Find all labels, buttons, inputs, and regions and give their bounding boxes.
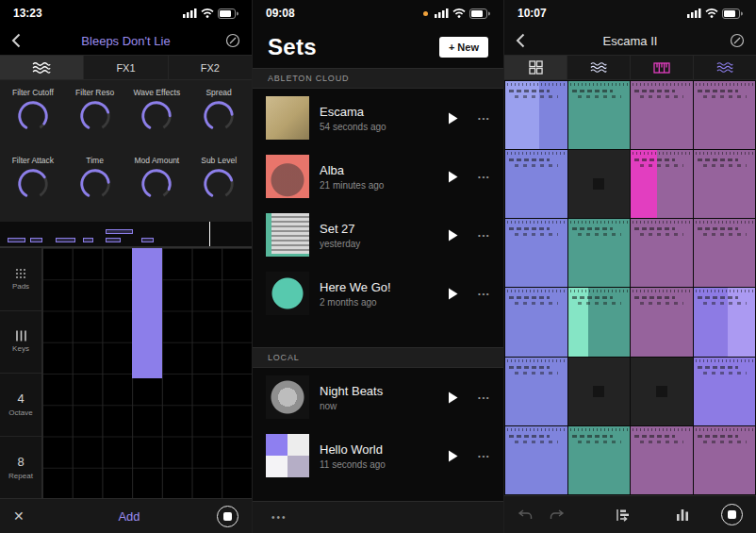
set-name: Here We Go! — [320, 280, 432, 294]
set-thumbnail — [266, 272, 309, 315]
session-clip[interactable] — [694, 150, 756, 218]
session-clip[interactable] — [505, 288, 567, 356]
tab-synth[interactable] — [0, 56, 84, 79]
session-clip[interactable] — [505, 219, 567, 287]
section-items: Escama 54 seconds ago ••• Alba 21 minute… — [253, 89, 503, 323]
macro-knob[interactable]: Filter Attack — [2, 152, 64, 220]
set-list-item[interactable]: Here We Go! 2 months ago ••• — [253, 264, 503, 323]
session-clip[interactable] — [505, 150, 567, 218]
item-more-button[interactable]: ••• — [474, 393, 490, 402]
session-clip[interactable] — [631, 358, 693, 425]
follow-playhead-button[interactable] — [616, 508, 633, 522]
pads-button[interactable]: Pads — [0, 248, 41, 311]
overview-note-block — [8, 238, 25, 242]
set-info: Hello World 11 seconds ago — [320, 442, 432, 470]
new-set-button[interactable]: + New — [439, 37, 488, 58]
play-button[interactable] — [442, 112, 464, 125]
item-more-button[interactable]: ••• — [474, 231, 490, 240]
session-clip[interactable] — [694, 358, 756, 425]
session-clip[interactable] — [631, 288, 693, 356]
session-clip[interactable] — [631, 81, 693, 149]
set-list-item[interactable]: Alba 21 minutes ago ••• — [253, 147, 503, 206]
macro-knob[interactable]: Wave Effects — [126, 84, 189, 152]
clip-notes-pattern — [640, 441, 683, 443]
session-clip[interactable] — [568, 81, 631, 149]
tab-track-1[interactable] — [567, 56, 631, 79]
play-icon — [448, 450, 458, 462]
macro-knob[interactable]: Spread — [188, 84, 250, 152]
tab-track-3[interactable] — [694, 56, 756, 79]
more-options-button[interactable]: ••• — [271, 512, 288, 523]
octave-control[interactable]: 4 Octave — [0, 374, 41, 437]
session-clip[interactable] — [694, 81, 756, 149]
macro-knob[interactable]: Sub Level — [188, 152, 250, 220]
tab-fx1[interactable]: FX1 — [84, 56, 168, 79]
close-icon[interactable]: ✕ — [13, 508, 41, 524]
set-list-item[interactable]: Night Beats now ••• — [253, 368, 503, 426]
play-icon — [448, 171, 458, 183]
session-clip[interactable] — [568, 288, 631, 356]
session-clip[interactable] — [694, 288, 756, 356]
back-button[interactable] — [516, 33, 536, 48]
meter-button[interactable] — [676, 508, 689, 522]
redo-button[interactable] — [550, 509, 565, 520]
macro-knob[interactable]: Filter Reso — [64, 84, 126, 152]
item-more-button[interactable]: ••• — [474, 114, 490, 123]
back-button[interactable] — [11, 33, 32, 48]
knob-dial — [15, 166, 51, 202]
octave-value: 4 — [17, 391, 24, 406]
play-button[interactable] — [442, 229, 464, 242]
play-button[interactable] — [442, 288, 464, 300]
session-clip[interactable] — [568, 426, 631, 494]
session-clip[interactable] — [568, 219, 631, 287]
session-clip[interactable] — [505, 358, 567, 425]
session-clip[interactable] — [631, 219, 693, 287]
undo-button[interactable] — [518, 509, 533, 520]
set-list-item[interactable]: Hello World 11 seconds ago ••• — [253, 426, 503, 485]
play-button[interactable] — [442, 171, 464, 183]
clip-notes-pattern — [578, 441, 621, 443]
add-button[interactable]: Add — [41, 509, 217, 524]
pads-label: Pads — [12, 282, 29, 291]
active-note-column[interactable] — [132, 248, 162, 378]
stop-button[interactable] — [721, 504, 743, 525]
repeat-control[interactable]: 8 Repeat — [0, 437, 41, 499]
session-clip[interactable] — [568, 150, 631, 218]
sync-icon[interactable] — [724, 33, 745, 48]
session-clip[interactable] — [505, 81, 567, 149]
level-meter-icon — [676, 508, 689, 522]
keys-button[interactable]: Keys — [0, 311, 41, 375]
session-clip[interactable] — [631, 150, 693, 218]
screenshot-root: 13:23 Bleeps Don't Lie FX1 FX2 — [0, 0, 756, 533]
stop-record-button[interactable] — [217, 506, 238, 527]
set-list-item[interactable]: Escama 54 seconds ago ••• — [253, 89, 503, 147]
macro-knob[interactable]: Mod Amount — [126, 152, 189, 220]
sync-icon[interactable] — [220, 33, 240, 48]
session-clip[interactable] — [505, 426, 567, 494]
session-clip[interactable] — [694, 219, 756, 287]
play-button[interactable] — [442, 450, 464, 462]
clip-overview-strip[interactable] — [0, 222, 252, 247]
middle-bottombar: ••• — [253, 501, 503, 533]
macro-knob[interactable]: Filter Cutoff — [2, 84, 64, 152]
knob-dial — [77, 166, 113, 202]
clip-notes-pattern — [515, 441, 558, 443]
tab-track-2[interactable] — [631, 56, 694, 79]
session-clip[interactable] — [694, 426, 756, 494]
status-time: 10:07 — [518, 7, 547, 20]
set-list-item[interactable]: Set 27 yesterday ••• — [253, 206, 503, 264]
session-clip[interactable] — [631, 426, 693, 494]
item-more-button[interactable]: ••• — [474, 452, 490, 460]
clip-notes-pattern — [640, 233, 683, 236]
session-clip[interactable] — [568, 358, 631, 425]
macro-knob[interactable]: Time — [64, 152, 126, 220]
tab-session-grid[interactable] — [504, 56, 567, 79]
item-more-button[interactable]: ••• — [474, 290, 490, 298]
item-more-button[interactable]: ••• — [474, 173, 490, 181]
clip-notes-pattern — [703, 302, 747, 305]
note-grid[interactable] — [42, 248, 252, 498]
tab-fx2[interactable]: FX2 — [169, 56, 252, 79]
clip-notes-pattern — [572, 435, 613, 438]
clip-notes-pattern — [703, 441, 747, 443]
play-button[interactable] — [442, 391, 464, 404]
